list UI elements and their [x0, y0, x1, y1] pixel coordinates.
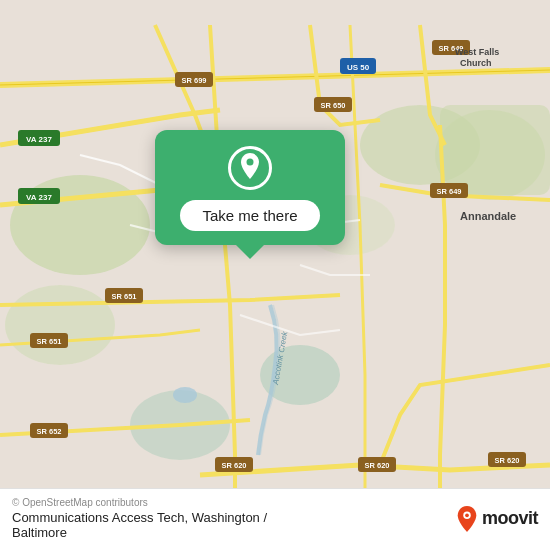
svg-text:VA 237: VA 237 — [26, 135, 52, 144]
svg-text:SR 651: SR 651 — [36, 337, 61, 346]
location-pin-icon — [228, 146, 272, 190]
svg-point-6 — [435, 110, 545, 200]
svg-text:SR 650: SR 650 — [320, 101, 345, 110]
svg-rect-12 — [18, 130, 60, 146]
moovit-logo: moovit — [456, 506, 538, 532]
take-me-there-button[interactable]: Take me there — [180, 200, 319, 231]
svg-rect-16 — [175, 72, 213, 87]
moovit-pin-icon — [456, 506, 478, 532]
svg-rect-14 — [18, 188, 60, 204]
svg-point-7 — [5, 285, 115, 365]
svg-point-2 — [360, 105, 480, 185]
svg-rect-30 — [215, 457, 253, 472]
svg-point-4 — [130, 390, 230, 460]
svg-rect-22 — [430, 183, 468, 198]
svg-point-42 — [465, 513, 469, 517]
svg-rect-18 — [314, 97, 352, 112]
moovit-brand-text: moovit — [482, 508, 538, 529]
svg-point-9 — [173, 387, 197, 403]
svg-rect-5 — [440, 105, 550, 195]
location-sub: Baltimore — [12, 525, 267, 540]
svg-rect-24 — [105, 288, 143, 303]
svg-text:SR 620: SR 620 — [364, 461, 389, 470]
svg-text:US 50: US 50 — [347, 63, 370, 72]
location-info: © OpenStreetMap contributors Communicati… — [12, 497, 267, 540]
svg-text:Annandale: Annandale — [460, 210, 516, 222]
svg-text:SR 651: SR 651 — [111, 292, 136, 301]
map-container: US 50 VA 237 VA 237 SR 699 SR 650 SR 649… — [0, 0, 550, 550]
svg-rect-32 — [358, 457, 396, 472]
svg-rect-28 — [30, 423, 68, 438]
svg-text:SR 649: SR 649 — [438, 44, 463, 53]
location-name: Communications Access Tech, Washington / — [12, 510, 267, 525]
svg-point-1 — [10, 175, 150, 275]
svg-text:SR 649: SR 649 — [436, 187, 461, 196]
svg-point-3 — [260, 345, 340, 405]
svg-text:VA 237: VA 237 — [26, 193, 52, 202]
svg-text:West Falls: West Falls — [455, 47, 499, 57]
svg-rect-26 — [30, 333, 68, 348]
svg-text:SR 699: SR 699 — [181, 76, 206, 85]
location-popup: Take me there — [155, 130, 345, 245]
svg-rect-34 — [488, 452, 526, 467]
svg-rect-10 — [340, 58, 376, 74]
svg-rect-0 — [0, 25, 550, 525]
bottom-bar: © OpenStreetMap contributors Communicati… — [0, 488, 550, 550]
svg-text:Accotink Creek: Accotink Creek — [271, 330, 290, 387]
svg-text:Church: Church — [460, 58, 492, 68]
svg-text:SR 652: SR 652 — [36, 427, 61, 436]
svg-text:SR 620: SR 620 — [494, 456, 519, 465]
svg-rect-20 — [432, 40, 470, 55]
svg-point-40 — [247, 159, 254, 166]
svg-text:SR 620: SR 620 — [221, 461, 246, 470]
attribution-text: © OpenStreetMap contributors — [12, 497, 267, 508]
